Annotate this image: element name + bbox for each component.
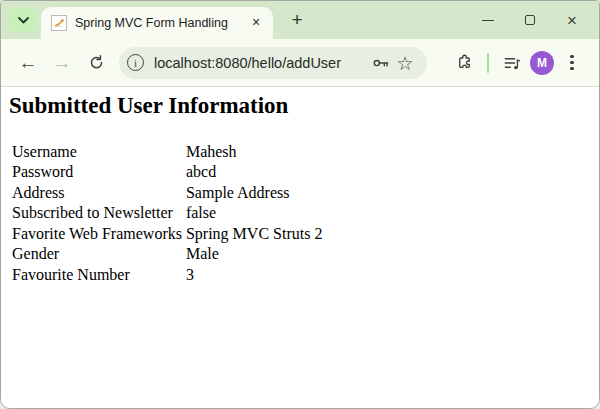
- table-row: GenderMale: [11, 245, 323, 264]
- row-value: Spring MVC Struts 2: [185, 224, 323, 243]
- user-info-table: UsernameMaheshPasswordabcdAddressSample …: [9, 140, 325, 286]
- browser-window: Spring MVC Form Handling × + × ← → i loc…: [0, 0, 600, 409]
- table-row: Favourite Number3: [11, 265, 323, 284]
- extensions-button[interactable]: [449, 48, 479, 78]
- row-value: Male: [185, 245, 323, 264]
- page-title: Submitted User Information: [9, 93, 591, 119]
- tab-strip: Spring MVC Form Handling × + ×: [1, 1, 599, 39]
- table-row: Passwordabcd: [11, 163, 323, 182]
- profile-avatar: M: [530, 51, 554, 75]
- table-row: Favorite Web FrameworksSpring MVC Struts…: [11, 224, 323, 243]
- profile-button[interactable]: M: [527, 48, 557, 78]
- tab-search-button[interactable]: [9, 8, 37, 32]
- forward-button: →: [45, 46, 79, 80]
- toolbar-right-group: M: [449, 48, 587, 78]
- site-info-icon[interactable]: i: [127, 54, 144, 71]
- window-controls: ×: [467, 1, 593, 39]
- url-text: localhost:8080/hello/addUser: [154, 55, 369, 71]
- bookmark-star-icon[interactable]: ☆: [393, 51, 417, 75]
- password-key-icon[interactable]: [369, 51, 393, 75]
- chevron-down-icon: [18, 17, 29, 24]
- row-label: Subscribed to Newsletter: [11, 204, 183, 223]
- maximize-icon: [525, 15, 535, 25]
- browser-menu-button[interactable]: [557, 48, 587, 78]
- media-controls-button[interactable]: [497, 48, 527, 78]
- row-value: Mahesh: [185, 142, 323, 161]
- window-close-button[interactable]: ×: [551, 3, 593, 37]
- tab-title: Spring MVC Form Handling: [75, 16, 247, 30]
- extensions-puzzle-icon: [455, 53, 474, 72]
- window-minimize-button[interactable]: [467, 3, 509, 37]
- browser-toolbar: ← → i localhost:8080/hello/addUser ☆: [1, 39, 599, 87]
- row-value: false: [185, 204, 323, 223]
- window-maximize-button[interactable]: [509, 3, 551, 37]
- reload-button[interactable]: [79, 46, 113, 80]
- page-content: Submitted User Information UsernameMahes…: [1, 87, 599, 409]
- table-row: Subscribed to Newsletterfalse: [11, 204, 323, 223]
- new-tab-button[interactable]: +: [285, 9, 309, 33]
- minimize-icon: [482, 20, 494, 21]
- address-bar[interactable]: i localhost:8080/hello/addUser ☆: [119, 47, 427, 79]
- row-label: Favorite Web Frameworks: [11, 224, 183, 243]
- media-controls-icon: [502, 53, 522, 73]
- close-icon: ×: [567, 12, 577, 29]
- reload-icon: [88, 54, 105, 71]
- menu-dots-icon: [570, 55, 573, 70]
- tab-close-button[interactable]: ×: [247, 14, 265, 32]
- tomcat-favicon-icon: [51, 15, 67, 31]
- row-label: Gender: [11, 245, 183, 264]
- toolbar-separator: [487, 53, 489, 73]
- row-value: Sample Address: [185, 183, 323, 202]
- row-value: 3: [185, 265, 323, 284]
- user-info-table-body: UsernameMaheshPasswordabcdAddressSample …: [11, 142, 323, 284]
- row-label: Favourite Number: [11, 265, 183, 284]
- row-value: abcd: [185, 163, 323, 182]
- row-label: Username: [11, 142, 183, 161]
- row-label: Address: [11, 183, 183, 202]
- back-button[interactable]: ←: [11, 46, 45, 80]
- browser-tab[interactable]: Spring MVC Form Handling ×: [41, 7, 273, 39]
- row-label: Password: [11, 163, 183, 182]
- table-row: UsernameMahesh: [11, 142, 323, 161]
- table-row: AddressSample Address: [11, 183, 323, 202]
